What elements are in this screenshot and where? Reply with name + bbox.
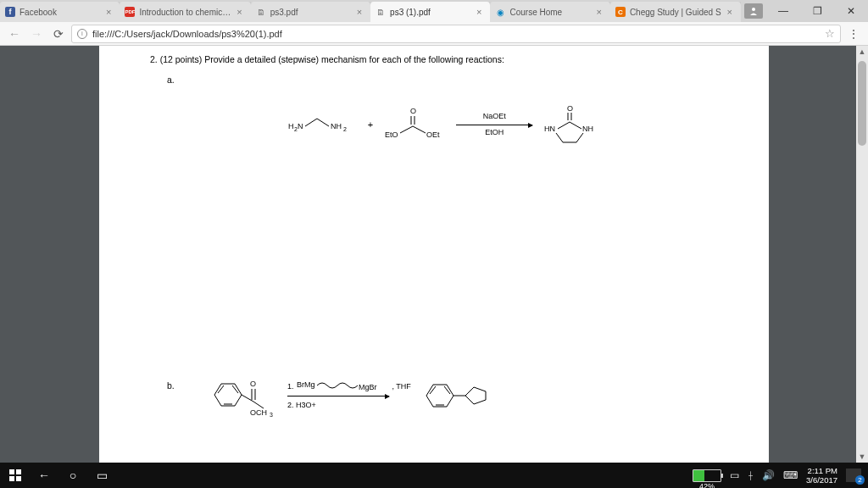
close-icon[interactable]: × (726, 7, 734, 17)
battery-indicator[interactable]: 42% (693, 469, 721, 482)
close-icon[interactable]: × (355, 7, 364, 17)
svg-line-39 (430, 386, 436, 394)
close-window-button[interactable]: ✕ (834, 0, 868, 22)
taskbar: ← ○ ▭ 42% ▭ ⟊ 🔊 ⌨ 2:11 PM 3/6/2017 (0, 463, 868, 488)
omnibox[interactable]: i file:///C:/Users/jack/Downloads/ps3%20… (71, 25, 841, 43)
scroll-up-icon[interactable]: ▲ (856, 46, 868, 58)
battery-pct: 42% (693, 481, 721, 489)
arrow-icon (287, 396, 389, 396)
tab-label: Course Home (509, 8, 590, 17)
tab-intro-chem[interactable]: PDF Introduction to chemic… × (120, 2, 251, 22)
close-icon[interactable]: × (594, 7, 603, 17)
scrollbar[interactable]: ▲ ▼ (856, 46, 868, 463)
svg-line-19 (570, 122, 581, 129)
svg-text:2: 2 (343, 126, 347, 132)
svg-line-4 (305, 119, 317, 126)
svg-text:H: H (288, 122, 294, 130)
svg-line-27 (232, 385, 238, 393)
file-icon: 🗎 (256, 7, 266, 17)
cortana-icon[interactable]: ○ (64, 467, 81, 484)
grignard-structure: BrMg MgBr (297, 380, 390, 393)
tab-chegg[interactable]: C Chegg Study | Guided S × (610, 2, 742, 22)
svg-text:MgBr: MgBr (359, 383, 377, 391)
cond-top: NaOEt (456, 112, 532, 120)
svg-text:EtO: EtO (385, 130, 398, 139)
urea-product: O HNNH (544, 105, 597, 144)
svg-line-5 (317, 119, 329, 126)
svg-line-12 (413, 126, 426, 133)
svg-text:O: O (567, 104, 573, 113)
start-button[interactable] (7, 467, 24, 484)
svg-line-26 (218, 385, 224, 393)
close-icon[interactable]: × (475, 7, 483, 17)
pdf-viewport: 2. (12 points) Provide a detailed (stepw… (0, 46, 868, 463)
svg-text:O: O (410, 107, 416, 115)
reload-button[interactable]: ⟳ (49, 25, 68, 43)
tab-label: Chegg Study | Guided S (630, 8, 721, 17)
close-icon[interactable]: × (235, 7, 243, 17)
task-view-icon[interactable]: ▭ (93, 467, 110, 484)
part-b-label: b. (167, 380, 175, 391)
clock[interactable]: 2:11 PM 3/6/2017 (806, 466, 837, 485)
svg-rect-46 (9, 476, 14, 481)
svg-rect-47 (16, 476, 21, 481)
close-icon[interactable]: × (104, 7, 113, 17)
window-controls: ― ❐ ✕ (741, 0, 868, 22)
svg-text:NH: NH (582, 125, 593, 133)
svg-line-22 (556, 133, 563, 142)
svg-marker-38 (426, 385, 453, 407)
reaction-b-conditions: 1. BrMg MgBr , THF 2. H3O+ (287, 380, 411, 411)
svg-text:HN: HN (544, 125, 555, 133)
cond-bot: EtOH (456, 128, 532, 136)
svg-text:N: N (298, 122, 303, 130)
bookmark-icon[interactable]: ☆ (825, 27, 835, 40)
tab-facebook[interactable]: f Facebook × (0, 2, 120, 22)
clock-date: 3/6/2017 (806, 475, 837, 485)
tab-ps3-1[interactable]: 🗎 ps3 (1).pdf × (370, 2, 491, 22)
back-button[interactable]: ← (5, 25, 24, 43)
svg-text:O: O (250, 380, 256, 388)
forward-button[interactable]: → (27, 25, 46, 43)
restore-button[interactable]: ❐ (800, 0, 834, 22)
scroll-thumb[interactable] (858, 61, 866, 146)
svg-line-40 (444, 386, 450, 394)
chrome-menu-button[interactable]: ⋮ (844, 27, 863, 41)
svg-line-11 (400, 126, 413, 133)
battery-icon[interactable]: ▭ (730, 469, 739, 481)
svg-text:OEt: OEt (426, 130, 440, 139)
pdf-page: 2. (12 points) Provide a detailed (stepw… (99, 46, 769, 463)
url-text: file:///C:/Users/jack/Downloads/ps3%20(1… (92, 29, 820, 39)
minimize-button[interactable]: ― (766, 0, 800, 22)
tab-course-home[interactable]: ◉ Course Home × (490, 2, 610, 22)
tab-label: Introduction to chemic… (139, 8, 231, 17)
profile-icon[interactable] (744, 3, 763, 19)
svg-point-0 (752, 8, 755, 11)
ester-structure: O OCH3 (209, 374, 275, 417)
question-text: 2. (12 points) Provide a detailed (stepw… (150, 54, 718, 64)
keyboard-icon[interactable]: ⌨ (783, 469, 798, 481)
back-icon[interactable]: ← (36, 467, 53, 484)
svg-text:OCH: OCH (250, 408, 267, 417)
volume-icon[interactable]: 🔊 (762, 469, 775, 481)
step2: 2. H3O+ (287, 399, 411, 411)
tab-label: ps3.pdf (270, 8, 351, 17)
svg-marker-43 (465, 387, 486, 404)
scroll-down-icon[interactable]: ▼ (856, 451, 868, 463)
facebook-icon: f (5, 7, 15, 17)
action-center-icon[interactable] (846, 469, 861, 482)
chegg-icon: C (615, 7, 626, 17)
svg-text:NH: NH (331, 122, 342, 130)
carbonate-structure: O EtO OEt (385, 108, 444, 141)
step1-solvent: , THF (392, 380, 411, 392)
part-a-label: a. (167, 75, 175, 85)
svg-line-33 (253, 402, 264, 408)
reaction-arrow: NaOEt EtOH (456, 125, 532, 125)
svg-rect-44 (9, 469, 14, 474)
svg-text:3: 3 (270, 412, 273, 418)
tab-ps3[interactable]: 🗎 ps3.pdf × (251, 2, 371, 22)
reaction-b: O OCH3 1. BrMg MgBr , THF 2. H3O+ (209, 374, 642, 417)
step1-num: 1. (287, 380, 294, 392)
svg-text:BrMg: BrMg (297, 380, 315, 389)
wifi-icon[interactable]: ⟊ (748, 469, 754, 481)
info-icon[interactable]: i (77, 29, 87, 39)
